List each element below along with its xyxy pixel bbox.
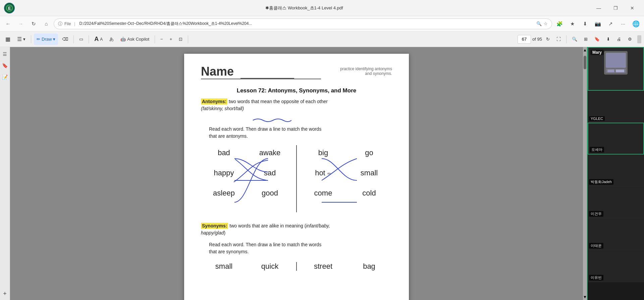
scroll-down-button[interactable]: ▼: [583, 295, 587, 299]
scroll-up-button[interactable]: ▲: [583, 48, 587, 52]
column-divider-2: [296, 262, 297, 271]
center-word-column-2: big hot ✏ come: [300, 145, 346, 212]
mary-label: Mary: [590, 50, 604, 55]
maximize-button[interactable]: ❐: [608, 3, 623, 13]
word-awake: awake: [247, 148, 293, 157]
svg-rect-7: [616, 70, 624, 72]
word-match-antonyms: bad happy asleep awake sad good big hot …: [201, 145, 392, 212]
right-sidebar: Mary YGLEC 오세아 박동화Jadeh: [587, 47, 644, 300]
pdf-bookmark-button[interactable]: 🔖: [1, 61, 9, 70]
close-button[interactable]: ✕: [625, 3, 640, 13]
twopage-icon: ▭: [79, 37, 83, 42]
search-pdf-button[interactable]: 🔍: [569, 34, 580, 45]
synonyms-term: Synonyms:: [201, 223, 228, 229]
list-view-button[interactable]: ☰ ▾: [14, 34, 28, 45]
separator-2: [73, 35, 74, 43]
mary-video-thumbnail: [604, 51, 628, 75]
osea-label: 오세아: [590, 147, 604, 153]
zoom-in-button[interactable]: +: [167, 34, 175, 45]
info-icon: ⓘ: [58, 21, 62, 27]
draw-label: Draw: [42, 37, 52, 42]
word-quick-b: quick: [247, 262, 293, 271]
textsize-icon: A: [94, 36, 99, 43]
nav-panel-button[interactable]: ☰: [1, 50, 9, 58]
svg-rect-4: [606, 53, 626, 68]
file-label: File: [64, 22, 71, 26]
refresh-button[interactable]: ↻: [28, 18, 39, 29]
draw-button[interactable]: ✏ Draw ▾: [34, 34, 58, 45]
thumbnail-view-button[interactable]: ▦: [3, 34, 13, 45]
park-label: 박동화Jadeh: [589, 179, 613, 185]
extensions-button[interactable]: 🧩: [554, 18, 565, 29]
zoom-in-icon: +: [170, 37, 172, 42]
screenshot-button[interactable]: 📷: [592, 18, 603, 29]
word-street-b: street: [300, 262, 346, 271]
forward-button[interactable]: →: [15, 18, 26, 29]
word-good: good: [247, 189, 293, 198]
rotate-button[interactable]: ↻: [543, 34, 552, 45]
word-big: big: [300, 148, 346, 157]
svg-rect-6: [607, 70, 614, 72]
scroll-thumb[interactable]: [584, 56, 586, 69]
participant-lee2: 이태운: [588, 218, 644, 250]
eraser-button[interactable]: ⌫: [59, 34, 71, 45]
zoom-out-button[interactable]: −: [158, 34, 166, 45]
home-button[interactable]: ⌂: [41, 18, 52, 29]
bookmark-button[interactable]: 🔖: [592, 34, 602, 45]
scrollbar-indicator: [637, 35, 641, 43]
more-button[interactable]: ···: [618, 18, 629, 29]
titlebar: E ✱홈클래스 Workbook_초1-4 Level 4.pdf — ❐ ✕: [0, 0, 644, 16]
main-area: ☰ 🔖 📝 + Name practice identifying antony…: [0, 47, 644, 300]
settings-button[interactable]: ⚙: [625, 34, 635, 45]
right-word-column-1: go small cold: [346, 145, 392, 212]
tab-title: ✱홈클래스 Workbook_초1-4 Level 4.pdf: [17, 5, 591, 11]
add-button[interactable]: +: [1, 290, 9, 297]
participant-lee3: 이유빈: [588, 250, 644, 282]
pdf-scrollbar[interactable]: ▲ ▼: [583, 47, 587, 300]
word-sad: sad: [247, 169, 293, 177]
favorites-button[interactable]: ★: [567, 18, 578, 29]
addressbar: ← → ↻ ⌂ ⓘ File | D:/2024/Fall%20Semester…: [0, 16, 644, 32]
share-button[interactable]: ↗: [605, 18, 616, 29]
download-pdf-button[interactable]: ⬇: [604, 34, 613, 45]
textsize-button[interactable]: A A: [92, 34, 105, 45]
synonyms-section: Synonyms: two words that are alike in me…: [201, 222, 392, 237]
participant-park: 박동화Jadeh: [588, 155, 644, 186]
word-small-b: small: [201, 262, 247, 271]
word-hot: hot ✏: [300, 169, 346, 177]
language-button[interactable]: あ: [107, 34, 116, 45]
fit-button[interactable]: ⊡: [176, 34, 185, 45]
draw-pen-icon: ✏: [37, 37, 40, 42]
participant-mary: Mary: [588, 47, 644, 91]
edge-icon-button[interactable]: 🌐: [631, 18, 641, 29]
center-word-column-1: awake sad good: [247, 145, 293, 212]
print-button[interactable]: 🖨: [614, 34, 624, 45]
address-box[interactable]: ⓘ File | D:/2024/Fall%20Semester-Oct~Dec…: [54, 18, 552, 29]
participant-osea: 오세아: [588, 123, 644, 155]
page-number-input[interactable]: [518, 35, 531, 44]
minimize-button[interactable]: —: [591, 3, 606, 13]
synonyms-close: ): [224, 230, 226, 235]
antonyms-definition: Antonyms: two words that mean the opposi…: [201, 98, 392, 112]
word-happy: happy: [201, 169, 247, 177]
word-asleep: asleep: [201, 189, 247, 198]
downloads-button[interactable]: ⬇: [580, 18, 590, 29]
pdf-note-button[interactable]: 📝: [1, 73, 9, 81]
list-icon: ☰: [17, 36, 22, 42]
instruction-2: Read each word. Then draw a line to matc…: [209, 241, 392, 255]
mary-video-image: [604, 51, 628, 75]
copilot-button[interactable]: 🤖 Ask Copilot: [118, 34, 152, 45]
wave-decoration: [251, 117, 291, 123]
yglec-label: YGLEC: [589, 116, 605, 121]
fullscreen-button[interactable]: ⛶: [554, 34, 564, 45]
lee2-label: 이태운: [589, 243, 603, 249]
twopage-button[interactable]: ▭: [76, 34, 86, 45]
eraser-icon: ⌫: [62, 37, 68, 42]
left-sidebar: ☰ 🔖 📝 +: [0, 47, 10, 300]
star-icon: ☆: [544, 21, 548, 26]
synonyms-examples2: happy/glad: [201, 230, 224, 235]
back-button[interactable]: ←: [3, 18, 13, 29]
pdf-viewer[interactable]: Name practice identifying antonymsand sy…: [10, 47, 583, 300]
page-of-label: of 95: [532, 37, 542, 42]
presentation-button[interactable]: ⊞: [581, 34, 590, 45]
